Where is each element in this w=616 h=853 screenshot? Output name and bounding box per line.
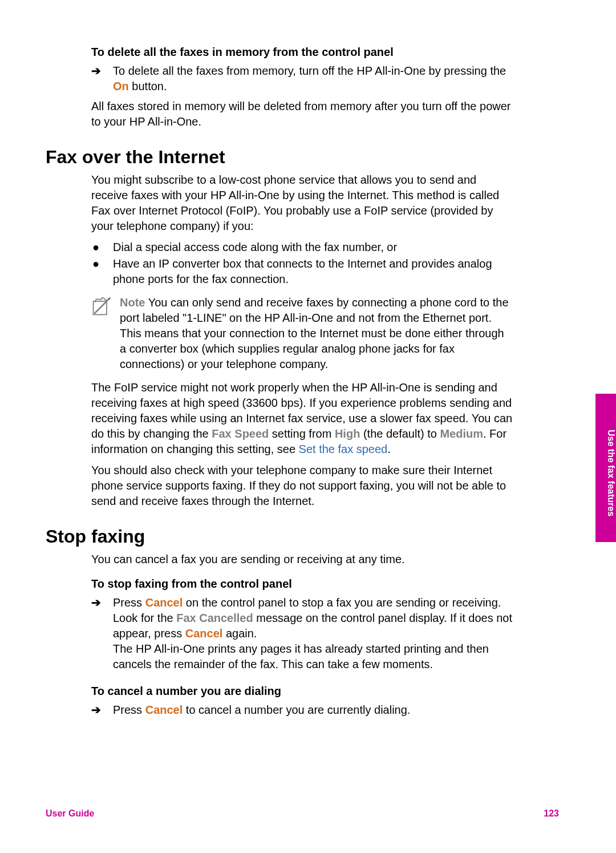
arrow-icon: ➔ <box>91 63 113 94</box>
on-button-label: On <box>113 80 129 92</box>
stop-from-panel-text: Press Cancel on the control panel to sto… <box>113 595 513 672</box>
text-fragment: to cancel a number you are currently dia… <box>183 704 410 716</box>
cancel-label: Cancel <box>185 627 223 640</box>
bullet-text: Dial a special access code along with th… <box>113 240 397 255</box>
footer-left: User Guide <box>46 808 94 819</box>
text-fragment: again. <box>222 627 257 640</box>
fax-cancelled-label: Fax Cancelled <box>176 612 253 624</box>
note-icon <box>91 296 112 317</box>
cancel-label: Cancel <box>145 596 183 609</box>
text-fragment: . <box>387 443 391 455</box>
bullet-icon: ● <box>91 240 113 255</box>
foip-para-3: You should also check with your telephon… <box>91 463 513 509</box>
text-fragment: Press <box>113 704 145 716</box>
arrow-icon: ➔ <box>91 702 113 718</box>
cancel-label: Cancel <box>145 704 183 716</box>
foip-intro: You might subscribe to a low-cost phone … <box>91 172 513 234</box>
svg-line-1 <box>94 298 110 314</box>
text-fragment: Press <box>113 596 145 609</box>
delete-faxes-post: All faxes stored in memory will be delet… <box>91 99 513 130</box>
high-label: High <box>335 427 360 440</box>
foip-bullet-1: ● Dial a special access code along with … <box>91 240 513 255</box>
text-fragment: (the default) to <box>360 427 440 440</box>
stop-from-panel-heading: To stop faxing from the control panel <box>91 577 513 591</box>
footer-right-page-number: 123 <box>544 808 559 819</box>
arrow-icon: ➔ <box>91 595 113 672</box>
bullet-text: Have an IP converter box that connects t… <box>113 256 513 287</box>
delete-faxes-text: To delete all the faxes from memory, tur… <box>113 63 513 94</box>
note-box: Note You can only send and receive faxes… <box>91 295 513 372</box>
text-fragment: setting from <box>269 427 335 440</box>
foip-section: You might subscribe to a low-cost phone … <box>46 172 513 509</box>
note-icon-column <box>91 295 120 372</box>
foip-bullet-2: ● Have an IP converter box that connects… <box>91 256 513 287</box>
text-fragment: To delete all the faxes from memory, tur… <box>113 64 506 77</box>
note-body: You can only send and receive faxes by c… <box>120 296 509 370</box>
stop-from-panel-step: ➔ Press Cancel on the control panel to s… <box>91 595 513 672</box>
note-text: Note You can only send and receive faxes… <box>120 295 513 372</box>
page-content: To delete all the faxes in memory from t… <box>0 0 570 718</box>
foip-para-2: The FoIP service might not work properly… <box>91 380 513 457</box>
delete-faxes-heading: To delete all the faxes in memory from t… <box>91 46 513 59</box>
stop-from-panel-followup: The HP All-in-One prints any pages it ha… <box>113 641 513 672</box>
stop-faxing-section: You can cancel a fax you are sending or … <box>46 552 513 718</box>
foip-heading: Fax over the Internet <box>46 147 513 168</box>
cancel-dialing-step: ➔ Press Cancel to cancel a number you ar… <box>91 702 513 718</box>
set-fax-speed-link[interactable]: Set the fax speed <box>299 443 388 455</box>
bullet-icon: ● <box>91 256 113 287</box>
delete-faxes-section: To delete all the faxes in memory from t… <box>46 46 513 130</box>
footer: User Guide 123 <box>46 808 559 819</box>
delete-faxes-step: ➔ To delete all the faxes from memory, t… <box>91 63 513 94</box>
medium-label: Medium <box>440 427 483 440</box>
fax-speed-label: Fax Speed <box>212 427 269 440</box>
text-fragment: button. <box>129 80 167 92</box>
stop-faxing-heading: Stop faxing <box>46 526 513 547</box>
stop-faxing-intro: You can cancel a fax you are sending or … <box>91 552 513 567</box>
side-tab: Use the fax features <box>595 394 616 542</box>
cancel-dialing-heading: To cancel a number you are dialing <box>91 685 513 698</box>
cancel-dialing-text: Press Cancel to cancel a number you are … <box>113 702 410 718</box>
note-label: Note <box>120 296 145 309</box>
